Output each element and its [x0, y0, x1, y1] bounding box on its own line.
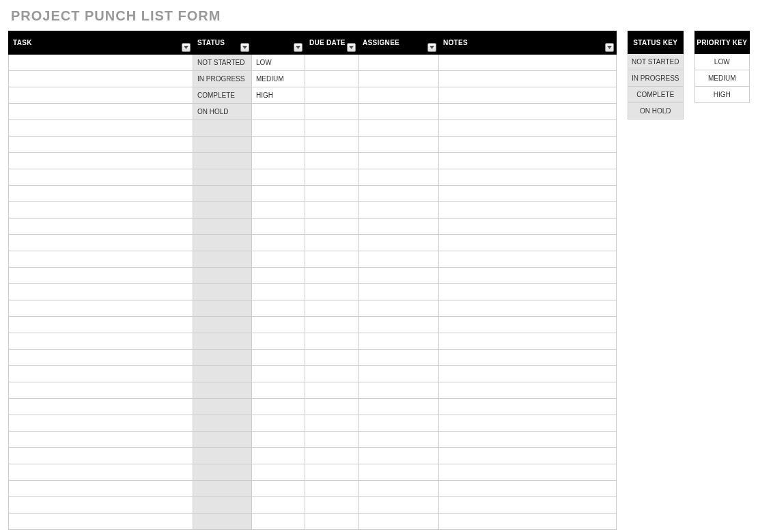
- notes-cell[interactable]: [439, 415, 617, 432]
- status-cell[interactable]: [193, 284, 252, 300]
- assignee-cell[interactable]: [359, 481, 439, 497]
- priority-cell[interactable]: [252, 317, 305, 333]
- task-cell[interactable]: [9, 432, 193, 448]
- task-cell[interactable]: [9, 251, 193, 268]
- notes-cell[interactable]: [439, 514, 617, 530]
- due-date-cell[interactable]: [305, 153, 359, 169]
- notes-cell[interactable]: [439, 497, 617, 514]
- status-cell[interactable]: [193, 333, 252, 350]
- task-cell[interactable]: [9, 169, 193, 186]
- notes-cell[interactable]: [439, 104, 617, 120]
- due-date-cell[interactable]: [305, 87, 359, 104]
- assignee-cell[interactable]: [359, 120, 439, 137]
- status-cell[interactable]: [193, 399, 252, 415]
- status-cell[interactable]: [193, 137, 252, 153]
- assignee-cell[interactable]: [359, 104, 439, 120]
- status-cell[interactable]: [193, 366, 252, 382]
- due-date-cell[interactable]: [305, 366, 359, 382]
- task-cell[interactable]: [9, 104, 193, 120]
- assignee-cell[interactable]: [359, 300, 439, 317]
- status-cell[interactable]: [193, 481, 252, 497]
- notes-cell[interactable]: [439, 251, 617, 268]
- status-cell[interactable]: [193, 169, 252, 186]
- priority-cell[interactable]: [252, 514, 305, 530]
- priority-cell[interactable]: [252, 284, 305, 300]
- task-cell[interactable]: [9, 514, 193, 530]
- assignee-cell[interactable]: [359, 153, 439, 169]
- due-date-cell[interactable]: [305, 55, 359, 71]
- task-cell[interactable]: [9, 448, 193, 464]
- priority-cell[interactable]: [252, 300, 305, 317]
- notes-cell[interactable]: [439, 382, 617, 399]
- due-date-cell[interactable]: [305, 415, 359, 432]
- priority-cell[interactable]: [252, 202, 305, 219]
- notes-cell[interactable]: [439, 219, 617, 235]
- notes-cell[interactable]: [439, 317, 617, 333]
- task-cell[interactable]: [9, 87, 193, 104]
- task-cell[interactable]: [9, 481, 193, 497]
- due-date-cell[interactable]: [305, 268, 359, 284]
- due-date-cell[interactable]: [305, 104, 359, 120]
- assignee-cell[interactable]: [359, 284, 439, 300]
- task-cell[interactable]: [9, 382, 193, 399]
- task-cell[interactable]: [9, 71, 193, 87]
- notes-cell[interactable]: [439, 366, 617, 382]
- priority-cell[interactable]: [252, 104, 305, 120]
- status-cell[interactable]: [193, 235, 252, 251]
- filter-due-date-button[interactable]: [347, 43, 356, 52]
- assignee-cell[interactable]: [359, 432, 439, 448]
- status-cell[interactable]: COMPLETE: [193, 87, 252, 104]
- notes-cell[interactable]: [439, 350, 617, 366]
- task-cell[interactable]: [9, 350, 193, 366]
- status-cell[interactable]: [193, 415, 252, 432]
- due-date-cell[interactable]: [305, 399, 359, 415]
- task-cell[interactable]: [9, 317, 193, 333]
- priority-cell[interactable]: [252, 333, 305, 350]
- due-date-cell[interactable]: [305, 202, 359, 219]
- due-date-cell[interactable]: [305, 333, 359, 350]
- priority-cell[interactable]: MEDIUM: [252, 71, 305, 87]
- assignee-cell[interactable]: [359, 382, 439, 399]
- priority-cell[interactable]: [252, 120, 305, 137]
- status-cell[interactable]: [193, 317, 252, 333]
- task-cell[interactable]: [9, 284, 193, 300]
- due-date-cell[interactable]: [305, 481, 359, 497]
- status-cell[interactable]: [193, 514, 252, 530]
- assignee-cell[interactable]: [359, 350, 439, 366]
- filter-status-button[interactable]: [240, 43, 249, 52]
- notes-cell[interactable]: [439, 55, 617, 71]
- due-date-cell[interactable]: [305, 71, 359, 87]
- task-cell[interactable]: [9, 464, 193, 481]
- notes-cell[interactable]: [439, 464, 617, 481]
- due-date-cell[interactable]: [305, 317, 359, 333]
- status-cell[interactable]: [193, 382, 252, 399]
- status-cell[interactable]: [193, 268, 252, 284]
- filter-assignee-button[interactable]: [427, 43, 436, 52]
- assignee-cell[interactable]: [359, 333, 439, 350]
- notes-cell[interactable]: [439, 399, 617, 415]
- assignee-cell[interactable]: [359, 55, 439, 71]
- priority-cell[interactable]: [252, 497, 305, 514]
- assignee-cell[interactable]: [359, 251, 439, 268]
- priority-cell[interactable]: [252, 268, 305, 284]
- status-cell[interactable]: [193, 497, 252, 514]
- notes-cell[interactable]: [439, 186, 617, 202]
- task-cell[interactable]: [9, 202, 193, 219]
- due-date-cell[interactable]: [305, 514, 359, 530]
- due-date-cell[interactable]: [305, 235, 359, 251]
- notes-cell[interactable]: [439, 235, 617, 251]
- assignee-cell[interactable]: [359, 202, 439, 219]
- task-cell[interactable]: [9, 300, 193, 317]
- task-cell[interactable]: [9, 399, 193, 415]
- status-cell[interactable]: [193, 120, 252, 137]
- due-date-cell[interactable]: [305, 464, 359, 481]
- priority-cell[interactable]: [252, 153, 305, 169]
- assignee-cell[interactable]: [359, 317, 439, 333]
- task-cell[interactable]: [9, 55, 193, 71]
- notes-cell[interactable]: [439, 120, 617, 137]
- priority-cell[interactable]: [252, 432, 305, 448]
- status-cell[interactable]: [193, 464, 252, 481]
- priority-cell[interactable]: [252, 186, 305, 202]
- status-cell[interactable]: [193, 153, 252, 169]
- task-cell[interactable]: [9, 333, 193, 350]
